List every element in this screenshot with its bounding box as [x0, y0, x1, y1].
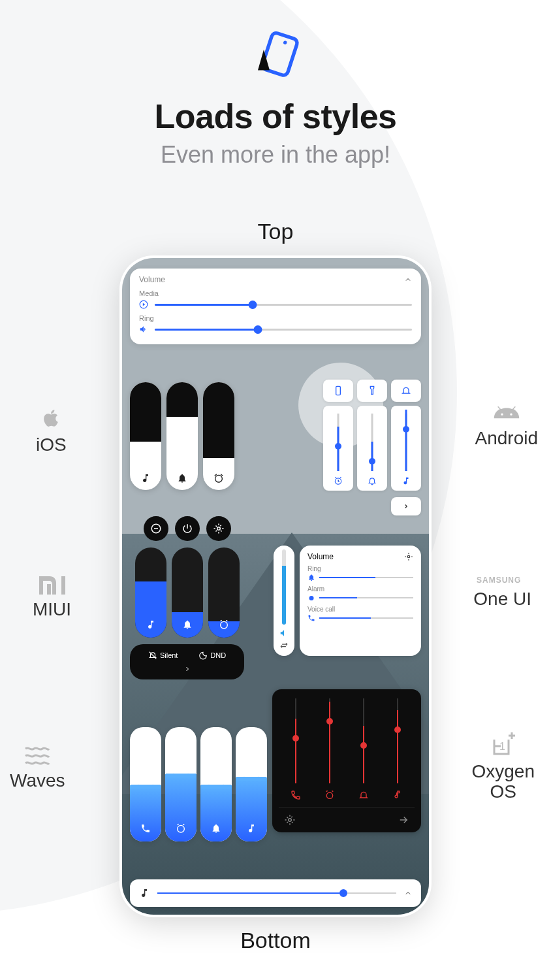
miui-silent-mode[interactable]: Silent [148, 651, 178, 660]
svg-point-9 [220, 621, 227, 629]
miui-expand-button[interactable] [138, 665, 236, 673]
android-style-preview [323, 380, 421, 515]
page-title: Loads of styles [0, 97, 551, 136]
svg-text:SAMSUNG: SAMSUNG [477, 576, 521, 585]
panel-title: Volume [139, 275, 165, 284]
miui-dnd-button[interactable] [144, 516, 168, 541]
android-expand-button[interactable] [391, 497, 421, 515]
ios-slider-bell[interactable] [166, 382, 198, 490]
music-icon [246, 823, 257, 834]
oxy-slider-phone[interactable] [283, 698, 309, 803]
miui-settings-button[interactable] [206, 516, 231, 541]
svg-point-1 [283, 41, 287, 45]
bell-icon [307, 574, 315, 581]
oneui-title: Volume [307, 552, 334, 561]
ring-slider[interactable] [139, 325, 412, 334]
waves-style-preview [130, 727, 267, 841]
ios-style-preview [130, 382, 234, 490]
ring-label: Ring [139, 314, 412, 322]
alarm-icon [324, 790, 335, 800]
alarm-icon [213, 473, 224, 483]
bell-icon [368, 476, 377, 485]
style-android: Android [475, 405, 538, 449]
wave-slider-alarm[interactable] [165, 727, 197, 841]
apple-icon [40, 405, 62, 431]
oxygen-label: Oxygen OS [472, 762, 535, 802]
oxy-slider-music[interactable] [385, 698, 411, 803]
oneui-style-preview: Volume Ring Alarm Voice call [274, 546, 421, 656]
phone-icon [307, 614, 315, 622]
wave-slider-bell[interactable] [200, 727, 232, 841]
miui-slider-alarm[interactable] [208, 547, 240, 638]
wave-slider-music[interactable] [236, 727, 267, 841]
oxygen-style-preview [272, 689, 421, 832]
play-icon [139, 300, 148, 309]
speaker-icon [139, 325, 148, 334]
arrow-right-icon[interactable] [398, 814, 409, 826]
page-subtitle: Even more in the app! [0, 141, 551, 169]
svg-point-11 [309, 596, 314, 600]
chevron-up-icon[interactable] [404, 889, 412, 897]
music-icon [146, 619, 156, 630]
bell-icon [358, 790, 369, 800]
miui-style-preview: Silent DND [130, 516, 244, 679]
ios-slider-alarm[interactable] [203, 382, 234, 490]
bell-icon [177, 473, 187, 483]
svg-point-14 [289, 819, 292, 822]
phone-preview: Volume Media Ring [122, 258, 429, 915]
alarm-icon [219, 619, 229, 630]
style-miui: MIUI [33, 575, 71, 620]
phone-icon [140, 823, 151, 834]
miui-dnd-mode[interactable]: DND [198, 651, 226, 660]
media-slider[interactable] [139, 300, 412, 309]
android-flashlight-button[interactable] [357, 380, 387, 402]
media-label: Media [139, 289, 412, 297]
miui-slider-bell[interactable] [172, 547, 203, 638]
volume-bar-bottom[interactable] [130, 879, 421, 907]
oneui-ring-slider[interactable] [307, 574, 413, 581]
oneplus-icon: 1 [490, 732, 516, 758]
miui-slider-music[interactable] [135, 547, 166, 638]
samsung-icon: SAMSUNG [477, 575, 529, 585]
gear-icon[interactable] [404, 552, 413, 561]
style-waves: Waves [10, 745, 65, 791]
gear-icon[interactable] [284, 814, 296, 826]
music-icon [140, 473, 151, 483]
bell-icon [182, 619, 193, 630]
wave-slider-phone[interactable] [130, 727, 161, 841]
svg-point-8 [217, 527, 220, 531]
android-phone-button[interactable] [323, 380, 353, 402]
oxy-slider-bell[interactable] [351, 698, 377, 803]
svg-rect-5 [336, 386, 341, 395]
style-oneui: SAMSUNG One UI [473, 575, 531, 610]
svg-point-13 [326, 792, 332, 798]
alarm-icon [176, 823, 186, 834]
style-ios: iOS [36, 405, 67, 455]
oneui-mini-slider[interactable] [274, 546, 294, 656]
oneui-voice-slider[interactable] [307, 614, 413, 622]
android-slider-bell[interactable] [357, 406, 387, 491]
position-top-label: Top [258, 219, 294, 244]
waves-icon [24, 745, 50, 767]
swap-icon[interactable] [279, 642, 289, 651]
alarm-icon [334, 476, 343, 485]
position-bottom-label: Bottom [240, 928, 311, 953]
mi-icon [38, 575, 67, 596]
hero-icon [0, 0, 551, 85]
android-slider-alarm[interactable] [323, 406, 353, 491]
volume-panel-top[interactable]: Volume Media Ring [130, 269, 421, 344]
music-icon [392, 790, 403, 800]
android-slider-music[interactable] [391, 406, 421, 491]
android-bell-button[interactable] [391, 380, 421, 402]
oxy-slider-alarm[interactable] [317, 698, 343, 803]
ios-slider-music[interactable] [130, 382, 161, 490]
music-icon [139, 888, 150, 898]
bell-icon [211, 823, 221, 834]
android-icon [493, 405, 520, 425]
miui-power-button[interactable] [175, 516, 200, 541]
music-icon [401, 476, 411, 485]
oneui-alarm-slider[interactable] [307, 594, 413, 602]
chevron-up-icon[interactable] [404, 276, 412, 284]
oneui-panel[interactable]: Volume Ring Alarm Voice call [300, 546, 421, 656]
svg-point-10 [407, 555, 410, 558]
